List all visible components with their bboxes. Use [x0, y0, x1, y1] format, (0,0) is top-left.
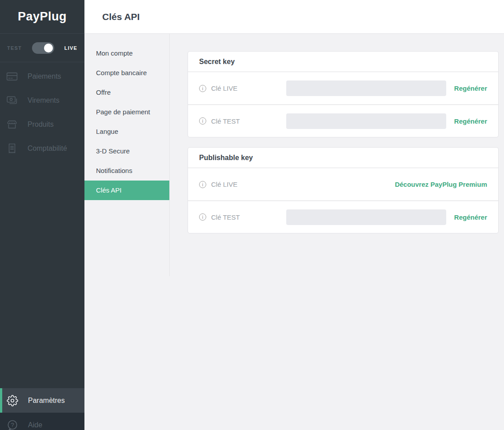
test-label: TEST: [7, 45, 22, 51]
live-label: LIVE: [64, 45, 77, 51]
settings-item-offre[interactable]: Offre: [84, 83, 169, 102]
sidebar-item-label: Virements: [28, 96, 60, 104]
card-title: Publishable key: [188, 148, 498, 168]
sidebar-item-label: Comptabilité: [28, 145, 67, 153]
publishable-key-live-row: i Clé LIVE Découvrez PayPlug Premium: [188, 168, 498, 201]
sidebar-item-aide[interactable]: ? Aide: [0, 413, 84, 430]
test-live-toggle[interactable]: [32, 42, 54, 54]
logo-area: PayPlug: [0, 0, 84, 34]
environment-toggle-area: TEST LIVE: [0, 34, 84, 62]
sidebar-item-virements[interactable]: Virements: [0, 88, 84, 113]
info-icon[interactable]: i: [199, 85, 206, 92]
page-title: Clés API: [102, 12, 140, 22]
gear-icon: [7, 395, 18, 406]
main-content: Secret key i Clé LIVE Regénérer i Clé TE…: [170, 34, 504, 243]
sidebar-bottom: Paramètres ? Aide: [0, 388, 84, 430]
row-label-group: i Clé LIVE: [199, 181, 286, 188]
sidebar-item-label: Paiements: [28, 72, 61, 80]
sidebar-item-produits[interactable]: Produits: [0, 113, 84, 137]
publishable-key-card: Publishable key i Clé LIVE Découvrez Pay…: [188, 147, 499, 233]
page-header: Clés API: [84, 0, 504, 34]
sidebar-item-label: Paramètres: [28, 397, 65, 405]
row-label-group: i Clé LIVE: [199, 84, 286, 92]
info-icon[interactable]: i: [199, 213, 206, 221]
secret-key-live-input[interactable]: [286, 80, 446, 96]
secret-key-test-input[interactable]: [286, 113, 446, 129]
settings-item-page-de-paiement[interactable]: Page de paiement: [84, 102, 169, 122]
sidebar-item-comptabilite[interactable]: Comptabilité: [0, 137, 84, 161]
key-label: Clé TEST: [211, 213, 240, 221]
settings-item-mon-compte[interactable]: Mon compte: [84, 44, 169, 63]
info-icon[interactable]: i: [199, 181, 206, 188]
sidebar-item-label: Aide: [28, 421, 42, 429]
payplug-logo: PayPlug: [18, 10, 67, 24]
settings-item-notifications[interactable]: Notifications: [84, 161, 169, 181]
sidebar-menu: Paiements Virements Produits: [0, 62, 84, 161]
secret-key-card: Secret key i Clé LIVE Regénérer i Clé TE…: [188, 51, 499, 137]
publishable-key-test-input[interactable]: [286, 209, 446, 225]
settings-item-3d-secure[interactable]: 3-D Secure: [84, 141, 169, 161]
publishable-key-test-row: i Clé TEST Regénérer: [188, 201, 498, 233]
sidebar-item-parametres[interactable]: Paramètres: [0, 388, 84, 413]
settings-menu: Mon compte Compte bancaire Offre Page de…: [84, 34, 170, 276]
regenerate-secret-live-link[interactable]: Regénérer: [446, 84, 487, 92]
row-label-group: i Clé TEST: [199, 117, 286, 125]
sidebar-item-label: Produits: [28, 121, 54, 129]
key-label: Clé LIVE: [211, 84, 237, 92]
sidebar-item-paiements[interactable]: Paiements: [0, 64, 84, 88]
regenerate-secret-test-link[interactable]: Regénérer: [446, 117, 487, 125]
row-label-group: i Clé TEST: [199, 213, 286, 221]
key-label: Clé TEST: [211, 117, 240, 125]
svg-text:?: ?: [11, 421, 14, 428]
storefront-icon: [6, 119, 18, 130]
secret-key-live-row: i Clé LIVE Regénérer: [188, 72, 498, 104]
primary-sidebar: PayPlug TEST LIVE Paiements Virements: [0, 0, 84, 430]
banknote-icon: [6, 95, 18, 106]
receipt-icon: [6, 143, 18, 154]
info-icon[interactable]: i: [199, 117, 206, 125]
settings-item-langue[interactable]: Langue: [84, 122, 169, 141]
key-label: Clé LIVE: [211, 181, 237, 188]
discover-premium-link[interactable]: Découvrez PayPlug Premium: [286, 181, 487, 188]
regenerate-publishable-test-link[interactable]: Regénérer: [446, 213, 487, 221]
settings-item-cles-api[interactable]: Clés API: [84, 181, 169, 200]
secret-key-test-row: i Clé TEST Regénérer: [188, 104, 498, 137]
settings-item-compte-bancaire[interactable]: Compte bancaire: [84, 63, 169, 83]
card-title: Secret key: [188, 52, 498, 72]
credit-card-icon: [6, 71, 18, 82]
help-icon: ?: [7, 419, 18, 430]
toggle-knob: [44, 44, 53, 52]
